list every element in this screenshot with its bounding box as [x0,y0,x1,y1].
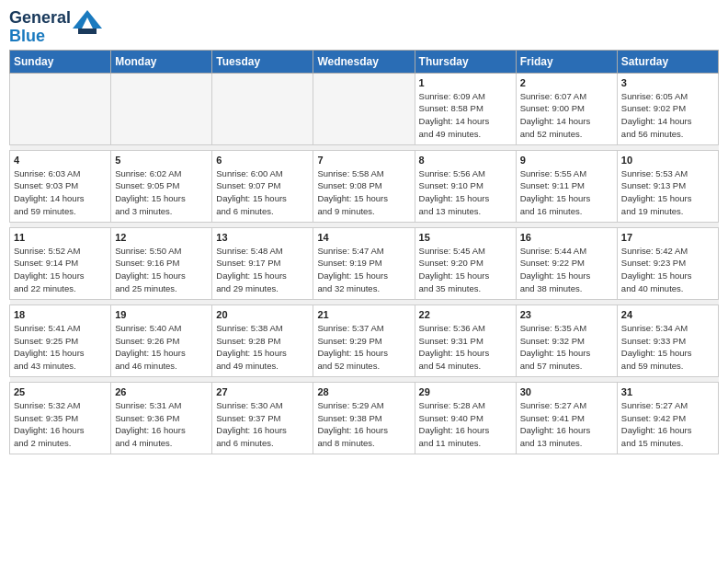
calendar-cell: 16Sunrise: 5:44 AM Sunset: 9:22 PM Dayli… [516,227,617,299]
day-details: Sunrise: 5:38 AM Sunset: 9:28 PM Dayligh… [216,322,309,373]
calendar-cell: 24Sunrise: 5:34 AM Sunset: 9:33 PM Dayli… [617,304,718,376]
day-number: 26 [115,386,208,397]
day-number: 2 [520,77,613,88]
day-details: Sunrise: 5:50 AM Sunset: 9:16 PM Dayligh… [115,245,208,295]
svg-rect-1 [78,29,97,34]
logo-icon [73,10,102,36]
day-details: Sunrise: 5:34 AM Sunset: 9:33 PM Dayligh… [621,322,714,373]
day-number: 30 [520,386,613,397]
day-number: 21 [317,309,410,320]
day-number: 6 [216,155,309,166]
day-details: Sunrise: 5:40 AM Sunset: 9:26 PM Dayligh… [115,322,208,373]
weekday-header-wednesday: Wednesday [313,50,415,73]
day-details: Sunrise: 6:05 AM Sunset: 9:02 PM Dayligh… [621,90,714,141]
day-details: Sunrise: 5:48 AM Sunset: 9:17 PM Dayligh… [216,245,309,295]
day-details: Sunrise: 5:35 AM Sunset: 9:32 PM Dayligh… [520,322,613,373]
day-details: Sunrise: 5:30 AM Sunset: 9:37 PM Dayligh… [216,399,309,450]
day-number: 7 [317,155,410,166]
day-details: Sunrise: 5:58 AM Sunset: 9:08 PM Dayligh… [317,167,410,218]
day-number: 19 [115,309,208,320]
week-row-3: 11Sunrise: 5:52 AM Sunset: 9:14 PM Dayli… [10,227,719,299]
day-number: 15 [419,232,512,243]
day-number: 22 [419,309,512,320]
day-number: 10 [621,155,714,166]
calendar-cell: 29Sunrise: 5:28 AM Sunset: 9:40 PM Dayli… [415,382,516,454]
calendar-cell: 18Sunrise: 5:41 AM Sunset: 9:25 PM Dayli… [10,304,111,376]
weekday-header-friday: Friday [516,50,617,73]
day-details: Sunrise: 6:09 AM Sunset: 8:58 PM Dayligh… [419,90,512,141]
day-details: Sunrise: 5:45 AM Sunset: 9:20 PM Dayligh… [419,245,512,295]
day-details: Sunrise: 5:31 AM Sunset: 9:36 PM Dayligh… [115,399,208,450]
week-row-2: 4Sunrise: 6:03 AM Sunset: 9:03 PM Daylig… [10,150,719,222]
calendar-cell: 21Sunrise: 5:37 AM Sunset: 9:29 PM Dayli… [313,304,415,376]
calendar-cell: 9Sunrise: 5:55 AM Sunset: 9:11 PM Daylig… [516,150,617,222]
day-number: 20 [216,309,309,320]
calendar-cell: 8Sunrise: 5:56 AM Sunset: 9:10 PM Daylig… [415,150,516,222]
calendar-cell: 11Sunrise: 5:52 AM Sunset: 9:14 PM Dayli… [10,227,111,299]
calendar-cell: 6Sunrise: 6:00 AM Sunset: 9:07 PM Daylig… [212,150,313,222]
calendar-cell [10,73,111,144]
calendar-cell: 10Sunrise: 5:53 AM Sunset: 9:13 PM Dayli… [617,150,718,222]
day-number: 29 [419,386,512,397]
logo: General Blue [9,9,102,46]
week-row-1: 1Sunrise: 6:09 AM Sunset: 8:58 PM Daylig… [10,73,719,144]
day-number: 14 [317,232,410,243]
day-number: 3 [621,77,714,88]
calendar-cell: 26Sunrise: 5:31 AM Sunset: 9:36 PM Dayli… [111,382,212,454]
calendar-table: SundayMondayTuesdayWednesdayThursdayFrid… [9,50,719,454]
day-number: 9 [520,155,613,166]
day-number: 8 [419,155,512,166]
calendar-cell: 15Sunrise: 5:45 AM Sunset: 9:20 PM Dayli… [415,227,516,299]
day-number: 18 [14,309,107,320]
weekday-header-tuesday: Tuesday [212,50,313,73]
day-number: 13 [216,232,309,243]
week-row-4: 18Sunrise: 5:41 AM Sunset: 9:25 PM Dayli… [10,304,719,376]
calendar-cell: 12Sunrise: 5:50 AM Sunset: 9:16 PM Dayli… [111,227,212,299]
day-number: 17 [621,232,714,243]
day-details: Sunrise: 5:32 AM Sunset: 9:35 PM Dayligh… [14,399,107,450]
calendar-cell: 22Sunrise: 5:36 AM Sunset: 9:31 PM Dayli… [415,304,516,376]
calendar-cell [111,73,212,144]
weekday-header-sunday: Sunday [10,50,111,73]
calendar-cell: 23Sunrise: 5:35 AM Sunset: 9:32 PM Dayli… [516,304,617,376]
logo-text: General Blue [9,9,71,46]
day-number: 1 [419,77,512,88]
day-number: 16 [520,232,613,243]
day-number: 27 [216,386,309,397]
day-details: Sunrise: 5:44 AM Sunset: 9:22 PM Dayligh… [520,245,613,295]
day-details: Sunrise: 5:52 AM Sunset: 9:14 PM Dayligh… [14,245,107,295]
calendar-cell [313,73,415,144]
calendar-cell: 27Sunrise: 5:30 AM Sunset: 9:37 PM Dayli… [212,382,313,454]
day-details: Sunrise: 5:55 AM Sunset: 9:11 PM Dayligh… [520,167,613,218]
weekday-header-row: SundayMondayTuesdayWednesdayThursdayFrid… [10,50,719,73]
calendar-cell: 20Sunrise: 5:38 AM Sunset: 9:28 PM Dayli… [212,304,313,376]
day-number: 25 [14,386,107,397]
calendar-cell: 7Sunrise: 5:58 AM Sunset: 9:08 PM Daylig… [313,150,415,222]
calendar-cell: 4Sunrise: 6:03 AM Sunset: 9:03 PM Daylig… [10,150,111,222]
day-details: Sunrise: 6:00 AM Sunset: 9:07 PM Dayligh… [216,167,309,218]
calendar-cell: 1Sunrise: 6:09 AM Sunset: 8:58 PM Daylig… [415,73,516,144]
calendar-cell: 25Sunrise: 5:32 AM Sunset: 9:35 PM Dayli… [10,382,111,454]
day-details: Sunrise: 5:56 AM Sunset: 9:10 PM Dayligh… [419,167,512,218]
calendar-cell: 13Sunrise: 5:48 AM Sunset: 9:17 PM Dayli… [212,227,313,299]
day-details: Sunrise: 5:27 AM Sunset: 9:41 PM Dayligh… [520,399,613,450]
calendar-cell: 14Sunrise: 5:47 AM Sunset: 9:19 PM Dayli… [313,227,415,299]
weekday-header-saturday: Saturday [617,50,718,73]
day-details: Sunrise: 6:07 AM Sunset: 9:00 PM Dayligh… [520,90,613,141]
day-details: Sunrise: 5:53 AM Sunset: 9:13 PM Dayligh… [621,167,714,218]
calendar-cell: 30Sunrise: 5:27 AM Sunset: 9:41 PM Dayli… [516,382,617,454]
week-row-5: 25Sunrise: 5:32 AM Sunset: 9:35 PM Dayli… [10,382,719,454]
day-details: Sunrise: 6:03 AM Sunset: 9:03 PM Dayligh… [14,167,107,218]
day-details: Sunrise: 5:29 AM Sunset: 9:38 PM Dayligh… [317,399,410,450]
calendar-cell: 31Sunrise: 5:27 AM Sunset: 9:42 PM Dayli… [617,382,718,454]
day-number: 11 [14,232,107,243]
calendar-cell: 19Sunrise: 5:40 AM Sunset: 9:26 PM Dayli… [111,304,212,376]
day-details: Sunrise: 6:02 AM Sunset: 9:05 PM Dayligh… [115,167,208,218]
day-number: 31 [621,386,714,397]
day-number: 5 [115,155,208,166]
day-number: 4 [14,155,107,166]
calendar-cell: 2Sunrise: 6:07 AM Sunset: 9:00 PM Daylig… [516,73,617,144]
day-details: Sunrise: 5:42 AM Sunset: 9:23 PM Dayligh… [621,245,714,295]
svg-marker-0 [73,10,102,29]
calendar-cell: 3Sunrise: 6:05 AM Sunset: 9:02 PM Daylig… [617,73,718,144]
